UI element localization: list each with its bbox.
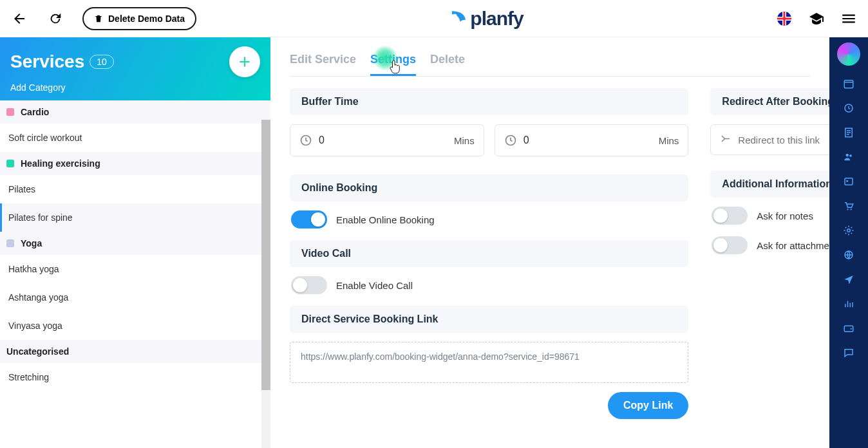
online-booking-toggle[interactable] xyxy=(291,210,327,229)
clock-nav[interactable] xyxy=(842,102,855,115)
svg-rect-4 xyxy=(844,80,853,88)
cart-nav[interactable] xyxy=(842,200,855,212)
svg-point-10 xyxy=(846,180,848,182)
people-icon xyxy=(843,151,854,163)
ask-attachments-label: Ask for attachments xyxy=(757,240,829,251)
header-left: Delete Demo Data xyxy=(10,7,196,30)
sidebar-scrollbar[interactable] xyxy=(261,120,270,448)
category-label: Uncategorised xyxy=(6,346,69,357)
sidebar-title: Services xyxy=(10,51,84,72)
service-row[interactable]: Ashtanga yoga xyxy=(0,283,270,312)
id-card-icon xyxy=(843,176,854,187)
service-row[interactable]: Stretching xyxy=(0,363,270,391)
service-row[interactable]: Pilates for spine xyxy=(0,203,270,232)
wallet-nav[interactable] xyxy=(842,322,855,335)
id-nav[interactable] xyxy=(842,175,855,188)
refresh-icon xyxy=(48,12,62,26)
cart-icon xyxy=(843,200,854,212)
category-row[interactable]: Yoga xyxy=(0,232,270,255)
refresh-button[interactable] xyxy=(46,10,64,28)
add-service-button[interactable] xyxy=(229,46,260,77)
top-header: Delete Demo Data planfy xyxy=(0,0,868,37)
plus-icon xyxy=(236,53,253,70)
category-row[interactable]: Cardio xyxy=(0,100,270,124)
redirect-icon xyxy=(720,134,731,145)
svg-rect-9 xyxy=(845,178,853,185)
category-swatch xyxy=(6,108,14,116)
svg-point-16 xyxy=(851,328,852,330)
stats-nav[interactable] xyxy=(842,297,855,310)
ask-notes-toggle[interactable] xyxy=(712,207,748,225)
svg-point-13 xyxy=(847,229,851,232)
brand-logo[interactable]: planfy xyxy=(448,8,523,30)
chat-nav[interactable] xyxy=(842,346,855,359)
redirect-field[interactable] xyxy=(738,135,829,145)
category-label: Cardio xyxy=(21,107,49,117)
notes-nav[interactable] xyxy=(842,126,855,139)
arrow-left-icon xyxy=(12,11,27,26)
video-call-header: Video Call xyxy=(290,240,688,267)
settings-nav[interactable] xyxy=(842,224,855,237)
user-avatar[interactable] xyxy=(837,42,860,66)
svg-point-0 xyxy=(453,14,457,17)
notes-icon xyxy=(843,127,854,138)
service-row[interactable]: Pilates xyxy=(0,175,270,203)
calendar-nav[interactable] xyxy=(842,77,855,90)
buffer-before-input[interactable]: Mins xyxy=(290,124,484,156)
services-list[interactable]: CardioSoft circle workoutHealing exercis… xyxy=(0,100,270,448)
online-booking-label: Enable Online Booking xyxy=(336,214,435,225)
service-row[interactable]: Hatkha yoga xyxy=(0,255,270,283)
people-nav[interactable] xyxy=(842,151,855,163)
additional-info-header: Additional Information xyxy=(710,171,829,198)
service-row[interactable]: Vinyasa yoga xyxy=(0,312,270,340)
graduation-cap-icon xyxy=(809,11,824,26)
cursor-pointer-icon xyxy=(390,60,401,74)
video-call-label: Enable Video Call xyxy=(336,280,413,291)
svg-point-7 xyxy=(846,154,849,157)
category-swatch xyxy=(6,160,14,167)
delete-demo-label: Delete Demo Data xyxy=(108,14,185,24)
buffer-before-field[interactable] xyxy=(319,135,448,146)
buffer-after-field[interactable] xyxy=(524,135,652,146)
redirect-input-wrapper[interactable] xyxy=(710,124,829,155)
category-row[interactable]: Uncategorised xyxy=(0,340,270,363)
ask-attachments-toggle[interactable] xyxy=(712,236,748,254)
clock-icon xyxy=(843,102,854,114)
clock-icon xyxy=(504,134,517,147)
chat-icon xyxy=(843,347,854,359)
right-rail xyxy=(829,37,868,448)
header-center: planfy xyxy=(196,8,775,30)
clock-icon xyxy=(299,134,312,147)
send-icon xyxy=(843,274,854,285)
hamburger-icon xyxy=(840,10,857,27)
sidebar-header: Services 10 Add Category xyxy=(0,37,270,100)
service-row[interactable]: Soft circle workout xyxy=(0,124,270,152)
category-label: Healing exercising xyxy=(21,158,100,169)
services-count-badge: 10 xyxy=(90,55,114,69)
header-right xyxy=(775,10,858,28)
add-category-link[interactable]: Add Category xyxy=(10,82,260,93)
send-nav[interactable] xyxy=(842,273,855,286)
copy-link-button[interactable]: Copy Link xyxy=(608,392,688,419)
menu-button[interactable] xyxy=(840,10,858,28)
tab-delete[interactable]: Delete xyxy=(430,53,465,76)
brand-text: planfy xyxy=(470,8,523,30)
wallet-icon xyxy=(843,322,854,334)
online-booking-header: Online Booking xyxy=(290,174,688,201)
academy-button[interactable] xyxy=(807,10,826,28)
buffer-time-header: Buffer Time xyxy=(290,88,688,115)
buffer-after-input[interactable]: Mins xyxy=(495,124,689,156)
logo-icon xyxy=(448,10,466,28)
category-label: Yoga xyxy=(21,238,42,248)
delete-demo-button[interactable]: Delete Demo Data xyxy=(82,7,196,30)
gear-icon xyxy=(843,225,854,236)
back-button[interactable] xyxy=(10,10,28,28)
category-row[interactable]: Healing exercising xyxy=(0,152,270,175)
tab-edit-service[interactable]: Edit Service xyxy=(290,53,356,76)
globe-nav[interactable] xyxy=(842,248,855,261)
locale-button[interactable] xyxy=(775,10,793,28)
globe-icon xyxy=(843,249,854,261)
calendar-icon xyxy=(843,78,854,89)
left-column: Buffer Time Mins Mins Online Booking xyxy=(290,88,688,419)
video-call-toggle[interactable] xyxy=(291,276,327,294)
